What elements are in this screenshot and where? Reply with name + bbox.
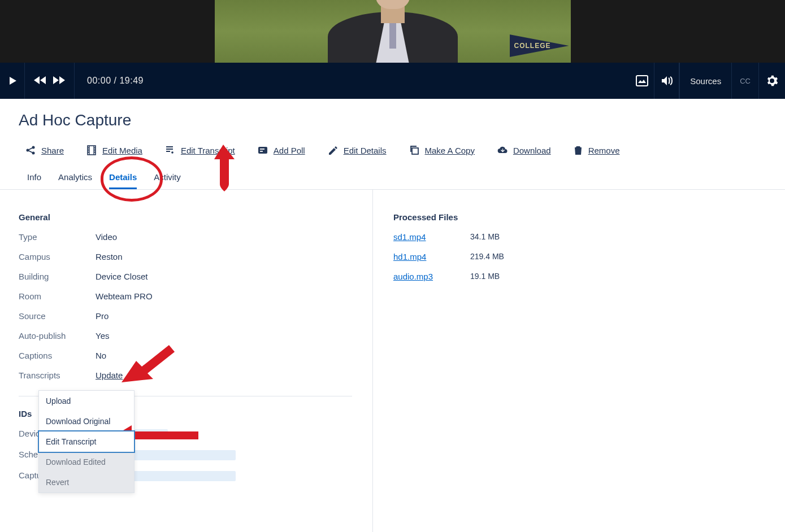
- page-title: Ad Hoc Capture: [19, 111, 785, 129]
- pencil-icon: [328, 145, 338, 155]
- film-icon: [86, 145, 97, 155]
- file-link-sd1[interactable]: sd1.mp4: [393, 232, 426, 242]
- tab-activity[interactable]: Activity: [154, 167, 181, 189]
- cloud-download-icon: [497, 145, 508, 155]
- edit-transcript-button[interactable]: Edit Transcript: [165, 145, 235, 155]
- settings-gear-button[interactable]: [759, 63, 785, 99]
- chevron-down-icon[interactable]: [130, 375, 135, 378]
- edit-media-button[interactable]: Edit Media: [86, 145, 142, 155]
- share-button[interactable]: Share: [25, 145, 64, 155]
- row-auto-publish: Auto-publishYes: [19, 331, 372, 341]
- svg-rect-0: [636, 76, 648, 86]
- svg-rect-8: [412, 148, 418, 154]
- dropdown-revert[interactable]: Revert: [39, 472, 134, 492]
- copy-icon: [409, 145, 419, 155]
- picture-mode-button[interactable]: [630, 63, 654, 99]
- playback-time: 00:00 / 19:49: [87, 76, 144, 86]
- edit-details-button[interactable]: Edit Details: [328, 145, 387, 155]
- dropdown-upload[interactable]: Upload: [39, 391, 134, 411]
- share-icon: [25, 145, 36, 155]
- processed-files-heading: Processed Files: [393, 212, 504, 222]
- closed-captions-button[interactable]: CC: [732, 63, 759, 99]
- tabs: Info Analytics Details Activity: [0, 167, 785, 190]
- file-row: audio.mp3 19.1 MB: [393, 272, 504, 281]
- file-link-hd1[interactable]: hd1.mp4: [393, 252, 426, 261]
- player-controls-bar: 00:00 / 19:49 Sources CC: [0, 63, 785, 99]
- row-campus: CampusReston: [19, 252, 372, 261]
- remove-button[interactable]: Remove: [574, 145, 620, 155]
- volume-button[interactable]: [654, 63, 679, 99]
- poll-icon: [258, 145, 268, 155]
- svg-rect-6: [260, 149, 264, 150]
- dropdown-download-edited[interactable]: Download Edited: [39, 452, 134, 472]
- svg-rect-5: [258, 147, 267, 154]
- trash-icon: [574, 145, 583, 155]
- svg-rect-7: [260, 151, 263, 152]
- row-type: TypeVideo: [19, 232, 372, 242]
- transcript-icon: [165, 145, 175, 155]
- add-poll-button[interactable]: Add Poll: [258, 145, 305, 155]
- video-preview[interactable]: COLLEGE: [0, 0, 785, 63]
- file-link-audio[interactable]: audio.mp3: [393, 272, 433, 281]
- tab-analytics[interactable]: Analytics: [58, 167, 92, 189]
- row-transcripts: Transcripts Update: [19, 370, 372, 380]
- row-building: BuildingDevice Closet: [19, 272, 372, 281]
- dropdown-edit-transcript[interactable]: Edit Transcript: [39, 431, 134, 452]
- file-row: sd1.mp4 34.1 MB: [393, 232, 504, 242]
- dropdown-download-original[interactable]: Download Original: [39, 411, 134, 431]
- general-heading: General: [19, 212, 372, 222]
- action-toolbar: Share Edit Media Edit Transcript Add Pol…: [25, 145, 785, 155]
- college-pennant-logo: COLLEGE: [510, 30, 569, 62]
- video-frame: COLLEGE: [215, 0, 571, 63]
- rewind-button[interactable]: [34, 76, 46, 86]
- sources-button[interactable]: Sources: [679, 63, 732, 99]
- file-row: hd1.mp4 219.4 MB: [393, 252, 504, 261]
- transcripts-update-link[interactable]: Update: [96, 370, 123, 380]
- row-room: RoomWebteam PRO: [19, 291, 372, 301]
- row-source: SourcePro: [19, 311, 372, 321]
- tab-details[interactable]: Details: [109, 167, 137, 189]
- download-button[interactable]: Download: [497, 145, 551, 155]
- tab-info[interactable]: Info: [27, 167, 41, 189]
- fast-forward-button[interactable]: [53, 76, 66, 86]
- play-button[interactable]: [0, 63, 25, 99]
- row-captions: CaptionsNo: [19, 351, 372, 360]
- transcripts-dropdown: Upload Download Original Edit Transcript…: [38, 390, 135, 493]
- make-a-copy-button[interactable]: Make A Copy: [409, 145, 475, 155]
